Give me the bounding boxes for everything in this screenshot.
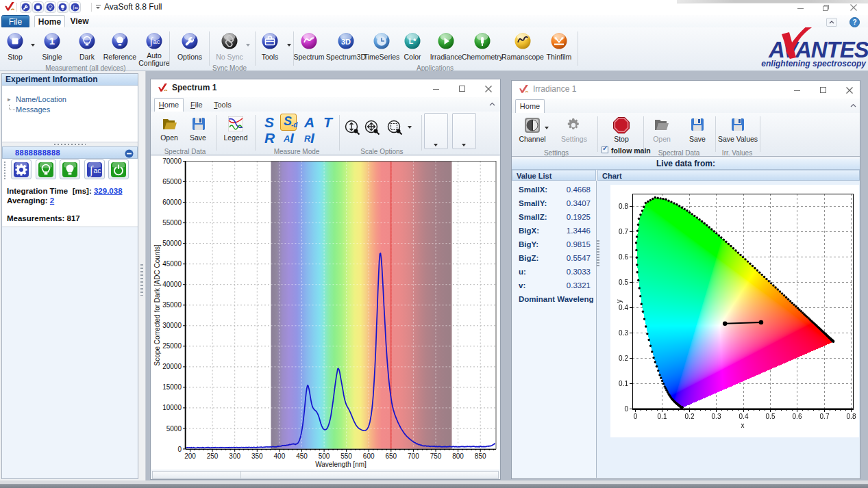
svg-text:0: 0: [177, 446, 182, 453]
svg-text:200: 200: [184, 452, 196, 460]
svg-text:5000: 5000: [166, 425, 182, 433]
svg-text:ac: ac: [75, 5, 79, 10]
svg-text:?: ?: [852, 18, 856, 26]
svg-text:500: 500: [319, 452, 330, 460]
svg-text:60000: 60000: [162, 198, 182, 206]
svg-text:50000: 50000: [162, 240, 182, 247]
svg-text:ac: ac: [153, 38, 160, 45]
svg-text:750: 750: [430, 452, 442, 460]
svg-text:Wavelength [nm]: Wavelength [nm]: [315, 461, 367, 468]
svg-text:70000: 70000: [162, 157, 182, 165]
svg-text:850: 850: [475, 452, 486, 460]
svg-text:10000: 10000: [162, 404, 182, 411]
svg-text:35000: 35000: [162, 301, 182, 309]
svg-text:20000: 20000: [162, 363, 182, 370]
svg-text:600: 600: [363, 452, 375, 460]
svg-text:350: 350: [251, 452, 263, 460]
svg-text:65000: 65000: [162, 178, 182, 185]
svg-text:55000: 55000: [162, 219, 182, 227]
svg-text:15000: 15000: [162, 383, 182, 391]
svg-text:30000: 30000: [162, 322, 182, 329]
svg-text:25000: 25000: [162, 342, 182, 350]
svg-text:550: 550: [340, 452, 352, 460]
svg-text:ac: ac: [93, 166, 101, 174]
svg-text:650: 650: [385, 452, 397, 460]
svg-text:enlightening spectroscopy: enlightening spectroscopy: [761, 59, 867, 68]
svg-text:45000: 45000: [162, 260, 182, 268]
svg-text:40000: 40000: [162, 281, 182, 288]
svg-text:Scope Corrected for Dark [ADC: Scope Corrected for Dark [ADC Counts]: [153, 244, 161, 366]
svg-text:800: 800: [452, 452, 464, 460]
svg-text:L*: L*: [409, 37, 417, 45]
svg-text:250: 250: [207, 452, 219, 460]
svg-text:3D: 3D: [341, 38, 351, 46]
svg-text:400: 400: [274, 452, 286, 460]
svg-text:1: 1: [49, 35, 55, 47]
svg-text:300: 300: [229, 452, 240, 460]
svg-text:450: 450: [296, 452, 308, 460]
svg-text:700: 700: [408, 452, 419, 460]
svg-text:AVANTES: AVANTES: [768, 37, 868, 62]
